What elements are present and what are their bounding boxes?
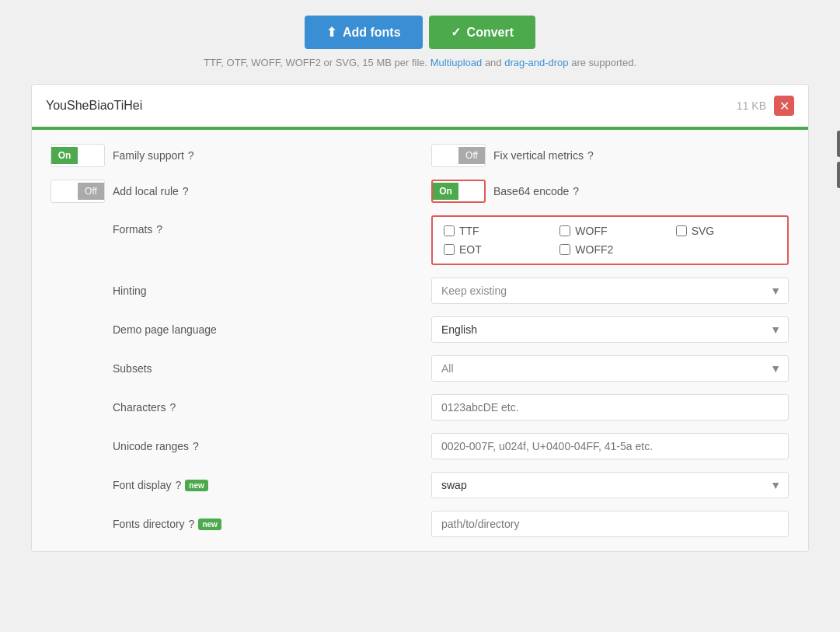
- unicode-help-icon[interactable]: ?: [193, 440, 199, 452]
- characters-row: Characters ?: [51, 394, 789, 421]
- font-display-help-icon[interactable]: ?: [175, 479, 181, 491]
- family-support-label: Family support: [113, 149, 184, 162]
- font-name: YouSheBiaoTiHei: [46, 99, 142, 113]
- hinting-row: Hinting Keep existing None Auto ▼: [51, 278, 789, 304]
- upload-icon: ⬆: [326, 25, 336, 40]
- fonts-dir-label-col: Fonts directory ? new: [51, 518, 431, 530]
- toggle-off-b64: [458, 183, 484, 200]
- format-woff2-item[interactable]: WOFF2: [559, 243, 660, 256]
- fix-vertical-toggle[interactable]: Off: [431, 144, 486, 167]
- formats-label: Formats: [113, 223, 152, 236]
- base64-label: Base64 encode: [493, 185, 569, 197]
- save-icon[interactable]: [837, 131, 840, 157]
- formats-checkboxes: TTF WOFF SVG EOT: [431, 215, 789, 265]
- format-ttf-label: TTF: [459, 225, 479, 237]
- unicode-label: Unicode ranges: [113, 440, 189, 452]
- remove-font-button[interactable]: ✕: [774, 96, 794, 116]
- convert-button[interactable]: ✓ Convert: [429, 16, 535, 49]
- toggle-off-fv[interactable]: Off: [458, 147, 485, 164]
- toggle-on-b64[interactable]: On: [433, 183, 458, 200]
- font-card-header: YouSheBiaoTiHei 11 KB ✕: [32, 85, 808, 127]
- hinting-label: Hinting: [113, 285, 147, 297]
- refresh-icon[interactable]: [837, 162, 840, 188]
- toggle-off-label: [78, 147, 104, 164]
- check-icon: ✓: [451, 25, 461, 40]
- font-meta: 11 KB ✕: [737, 96, 794, 116]
- font-card: YouSheBiaoTiHei 11 KB ✕ On: [31, 84, 809, 552]
- format-svg-item[interactable]: SVG: [676, 225, 776, 237]
- font-display-select-wrapper: swap auto block fallback optional ▼: [431, 472, 789, 498]
- hinting-label-col: Hinting: [51, 285, 431, 297]
- fix-vertical-label: Fix vertical metrics: [493, 149, 584, 162]
- unicode-input[interactable]: [431, 433, 789, 459]
- family-support-help-icon[interactable]: ?: [188, 149, 194, 162]
- subsets-select-wrapper: All ▼: [431, 355, 789, 382]
- hinting-select-wrapper: Keep existing None Auto ▼: [431, 278, 789, 304]
- base64-col: On Base64 encode ?: [431, 180, 633, 203]
- font-card-wrapper: YouSheBiaoTiHei 11 KB ✕ On: [16, 84, 824, 552]
- toggle-on-fv: [432, 147, 458, 164]
- demo-language-select[interactable]: English Russian Chinese Japanese: [431, 316, 789, 343]
- side-panel: [837, 131, 840, 188]
- format-eot-label: EOT: [459, 243, 482, 256]
- fix-vertical-col: Off Fix vertical metrics ?: [431, 144, 633, 167]
- add-local-label: Add local rule: [113, 185, 179, 197]
- fonts-dir-label: Fonts directory: [113, 518, 185, 530]
- fonts-dir-row: Fonts directory ? new: [51, 511, 789, 537]
- subtitle-text: TTF, OTF, WOFF, WOFF2 or SVG, 15 MB per …: [204, 57, 636, 68]
- font-display-new-badge: new: [185, 480, 207, 491]
- format-woff-item[interactable]: WOFF: [559, 225, 660, 237]
- add-local-toggle[interactable]: Off: [51, 180, 105, 203]
- fix-vertical-help-icon[interactable]: ?: [587, 149, 594, 162]
- base64-help-icon[interactable]: ?: [573, 185, 579, 197]
- demo-language-label: Demo page language: [113, 323, 217, 336]
- format-ttf-checkbox[interactable]: [444, 225, 455, 236]
- family-support-toggle[interactable]: On: [51, 144, 105, 167]
- format-ttf-item[interactable]: TTF: [444, 225, 544, 237]
- format-woff-checkbox[interactable]: [559, 225, 570, 236]
- subsets-label-col: Subsets: [51, 362, 431, 375]
- toggle-on-al: [51, 183, 78, 200]
- toggle-on-label[interactable]: On: [51, 147, 78, 164]
- characters-label-col: Characters ?: [51, 401, 431, 414]
- format-woff2-checkbox[interactable]: [559, 244, 570, 255]
- base64-toggle[interactable]: On: [431, 180, 486, 203]
- add-local-col: Off Add local rule ?: [51, 180, 431, 203]
- formats-label-col: Formats ?: [51, 215, 431, 236]
- options-row-2: Off Add local rule ? On: [51, 180, 789, 203]
- font-display-select[interactable]: swap auto block fallback optional: [431, 472, 789, 498]
- subsets-select[interactable]: All: [431, 355, 789, 382]
- font-options: On Family support ? Off: [32, 130, 808, 551]
- subsets-row: Subsets All ▼: [51, 355, 789, 382]
- demo-language-select-wrapper: English Russian Chinese Japanese ▼: [431, 316, 789, 343]
- top-buttons: ⬆ Add fonts ✓ Convert: [305, 16, 535, 49]
- add-fonts-button[interactable]: ⬆ Add fonts: [305, 16, 423, 49]
- format-eot-item[interactable]: EOT: [444, 243, 544, 256]
- formats-help-icon[interactable]: ?: [156, 223, 162, 236]
- toggle-off-al[interactable]: Off: [78, 183, 104, 200]
- hinting-select[interactable]: Keep existing None Auto: [431, 278, 789, 304]
- formats-row: Formats ? TTF WOFF: [51, 215, 789, 265]
- demo-language-row: Demo page language English Russian Chine…: [51, 316, 789, 343]
- demo-language-label-col: Demo page language: [51, 323, 431, 336]
- subsets-label: Subsets: [113, 362, 152, 375]
- format-eot-checkbox[interactable]: [444, 244, 455, 255]
- characters-input[interactable]: [431, 394, 789, 421]
- top-bar: ⬆ Add fonts ✓ Convert TTF, OTF, WOFF, WO…: [0, 0, 840, 84]
- font-display-row: Font display ? new swap auto block fallb…: [51, 472, 789, 498]
- add-local-help-icon[interactable]: ?: [183, 185, 189, 197]
- format-svg-label: SVG: [692, 225, 715, 237]
- fonts-dir-new-badge: new: [198, 519, 221, 530]
- unicode-row: Unicode ranges ?: [51, 433, 789, 459]
- font-display-label: Font display: [113, 479, 171, 491]
- format-woff-label: WOFF: [575, 225, 607, 237]
- family-support-col: On Family support ?: [51, 144, 431, 167]
- format-svg-checkbox[interactable]: [676, 225, 687, 236]
- format-woff2-label: WOFF2: [575, 243, 613, 256]
- characters-label: Characters: [113, 401, 166, 414]
- fonts-dir-help-icon[interactable]: ?: [189, 518, 195, 530]
- unicode-label-col: Unicode ranges ?: [51, 440, 431, 452]
- characters-help-icon[interactable]: ?: [169, 401, 176, 414]
- fonts-dir-input[interactable]: [431, 511, 789, 537]
- font-size: 11 KB: [737, 100, 766, 112]
